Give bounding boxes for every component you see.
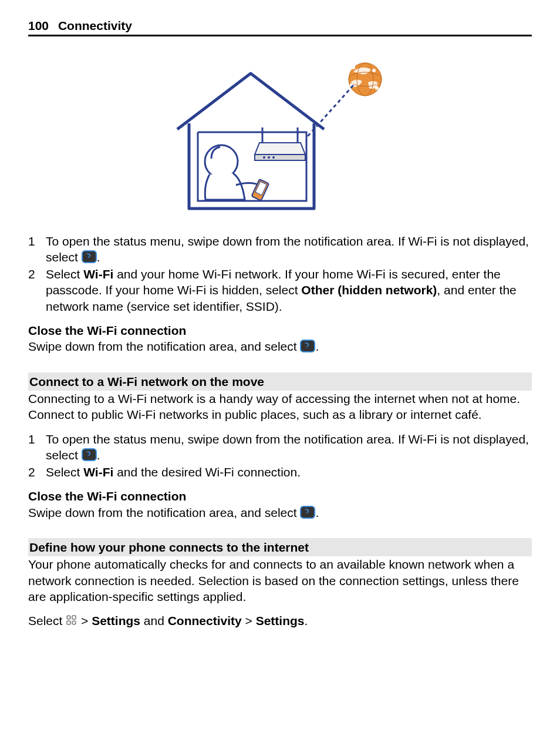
- step-number: 2: [28, 266, 46, 314]
- svg-point-12: [263, 156, 265, 159]
- menu-path: Select > Settings and Connectivity > Set…: [28, 613, 532, 629]
- menu-grid-icon: [66, 614, 77, 626]
- list-item: 1 To open the status menu, swipe down fr…: [28, 431, 532, 463]
- step-text: Select Wi-Fi and the desired Wi-Fi conne…: [46, 464, 532, 480]
- section-define-connection: Define how your phone connects to the in…: [28, 538, 532, 556]
- step-number: 2: [28, 464, 46, 480]
- step-number: 1: [28, 431, 46, 463]
- step-text: To open the status menu, swipe down from…: [46, 431, 532, 463]
- wifi-toggle-icon: [82, 448, 97, 461]
- close-heading-2: Close the Wi-Fi connection: [28, 488, 532, 504]
- wifi-toggle-icon: [82, 250, 97, 263]
- step-text: Select Wi-Fi and your home Wi-Fi network…: [46, 266, 532, 314]
- svg-rect-19: [72, 616, 76, 619]
- svg-point-6: [375, 86, 379, 90]
- steps-list-1: 1 To open the status menu, swipe down fr…: [28, 233, 532, 314]
- list-item: 2 Select Wi-Fi and your home Wi-Fi netwo…: [28, 266, 532, 314]
- illustration: [28, 47, 532, 221]
- list-item: 1 To open the status menu, swipe down fr…: [28, 233, 532, 266]
- section-connect-move: Connect to a Wi-Fi network on the move: [28, 372, 532, 391]
- svg-point-13: [268, 156, 270, 159]
- svg-point-21: [72, 621, 76, 624]
- close-heading-1: Close the Wi-Fi connection: [28, 323, 532, 338]
- svg-point-4: [352, 66, 355, 69]
- close-text-1: Swipe down from the notification area, a…: [28, 338, 532, 354]
- section3-intro: Your phone automatically checks for and …: [28, 556, 532, 604]
- page-header: 100 Connectivity: [28, 18, 532, 36]
- svg-point-15: [205, 145, 238, 178]
- step-number: 1: [28, 233, 46, 266]
- svg-rect-20: [67, 621, 70, 624]
- svg-point-18: [67, 616, 70, 619]
- list-item: 2 Select Wi-Fi and the desired Wi-Fi con…: [28, 464, 532, 480]
- section2-intro: Connecting to a Wi-Fi network is a handy…: [28, 391, 532, 423]
- close-text-2: Swipe down from the notification area, a…: [28, 505, 532, 520]
- svg-point-5: [372, 69, 376, 72]
- page-number: 100: [28, 18, 49, 33]
- wifi-toggle-icon: [300, 340, 315, 352]
- svg-line-8: [303, 85, 353, 141]
- svg-point-14: [272, 156, 275, 159]
- steps-list-2: 1 To open the status menu, swipe down fr…: [28, 431, 532, 481]
- step-text: To open the status menu, swipe down from…: [46, 233, 532, 266]
- section-title: Connectivity: [58, 19, 132, 32]
- svg-rect-11: [255, 154, 305, 160]
- wifi-toggle-icon: [300, 506, 315, 519]
